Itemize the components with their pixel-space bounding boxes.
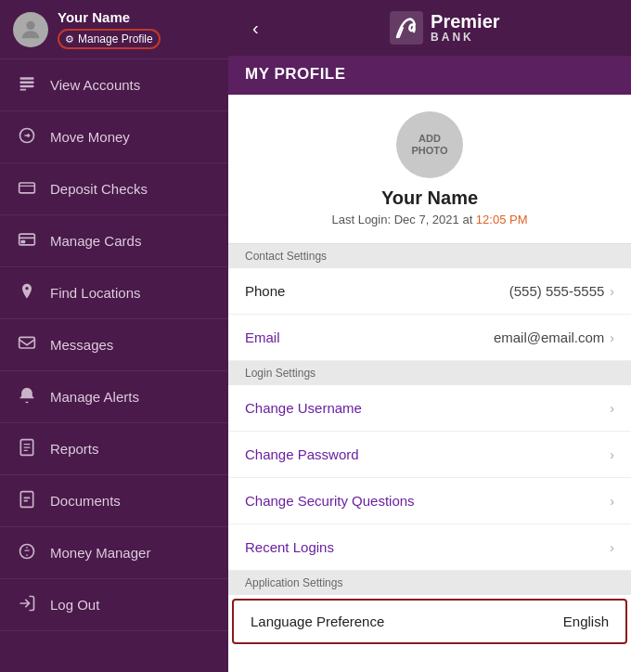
sidebar-item-label: Find Locations	[50, 285, 141, 301]
sidebar-item-label: Messages	[50, 337, 113, 353]
change-username-chevron: ›	[610, 401, 614, 416]
sidebar-item-find-locations[interactable]: Find Locations	[0, 267, 228, 319]
svg-rect-3	[20, 85, 34, 88]
language-value: English	[563, 614, 609, 629]
sidebar-item-documents[interactable]: Documents	[0, 475, 228, 527]
money-manager-icon	[17, 542, 37, 563]
sidebar-item-label: Log Out	[50, 597, 99, 613]
contact-settings-header: Contact Settings	[228, 244, 631, 268]
deposit-checks-icon	[17, 178, 37, 200]
find-locations-icon	[17, 282, 37, 304]
last-login-time: 12:05 PM	[476, 213, 528, 226]
change-username-row[interactable]: Change Username ›	[228, 385, 631, 432]
svg-rect-6	[19, 183, 35, 193]
sidebar-item-move-money[interactable]: Move Money	[0, 111, 228, 163]
sidebar-item-deposit-checks[interactable]: Deposit Checks	[0, 163, 228, 215]
log-out-icon	[17, 594, 37, 615]
svg-rect-4	[20, 89, 27, 91]
phone-row[interactable]: Phone (555) 555-5555 ›	[228, 268, 631, 315]
svg-rect-11	[20, 492, 32, 508]
bank-logo-icon	[390, 11, 423, 45]
sidebar-item-label: Move Money	[50, 129, 130, 145]
language-label: Language Preference	[251, 614, 384, 629]
page-title-section: MY PROFILE	[228, 56, 631, 95]
gear-icon: ⚙	[65, 33, 74, 45]
email-row[interactable]: Email email@email.com ›	[228, 315, 631, 361]
language-preference-row[interactable]: Language Preference English	[232, 599, 627, 644]
sidebar-item-label: Manage Alerts	[50, 389, 139, 405]
bank-logo: Premier BANK	[390, 11, 500, 45]
bank-name-wrapper: Premier BANK	[431, 11, 500, 44]
sidebar-profile: Your Name ⚙ Manage Profile	[0, 0, 228, 59]
sidebar-item-manage-alerts[interactable]: Manage Alerts	[0, 371, 228, 423]
add-photo-label: ADDPHOTO	[412, 133, 448, 157]
email-label: Email	[245, 330, 280, 345]
recent-logins-row[interactable]: Recent Logins ›	[228, 524, 631, 571]
documents-icon	[17, 490, 37, 511]
sidebar-item-messages[interactable]: Messages	[0, 319, 228, 371]
manage-profile-label: Manage Profile	[78, 32, 153, 45]
sidebar-item-label: Documents	[50, 493, 121, 509]
profile-name: Your Name	[58, 9, 161, 26]
user-display-name: Your Name	[381, 187, 478, 209]
svg-rect-2	[20, 82, 34, 84]
last-login-prefix: Last Login: Dec 7, 2021 at	[331, 213, 475, 226]
sidebar: Your Name ⚙ Manage Profile View Accounts…	[0, 0, 228, 672]
profile-card: ADDPHOTO Your Name Last Login: Dec 7, 20…	[228, 95, 631, 672]
sidebar-item-label: Manage Cards	[50, 233, 141, 249]
sidebar-item-label: Deposit Checks	[50, 181, 148, 197]
messages-icon	[17, 334, 37, 355]
back-button[interactable]: ‹	[245, 14, 266, 43]
top-bar: ‹ Premier BANK	[228, 0, 631, 56]
sidebar-item-log-out[interactable]: Log Out	[0, 579, 228, 631]
recent-logins-label: Recent Logins	[245, 539, 334, 555]
last-login: Last Login: Dec 7, 2021 at 12:05 PM	[331, 213, 527, 226]
profile-info: Your Name ⚙ Manage Profile	[58, 9, 161, 49]
change-security-chevron: ›	[610, 494, 614, 509]
phone-number: (555) 555-5555	[509, 283, 605, 299]
email-value: email@email.com ›	[494, 330, 614, 345]
change-password-row[interactable]: Change Password ›	[228, 432, 631, 478]
sidebar-nav: View Accounts Move Money Deposit Checks …	[0, 59, 228, 672]
svg-point-12	[20, 545, 34, 559]
recent-logins-chevron: ›	[610, 540, 614, 555]
svg-rect-8	[21, 241, 24, 243]
sidebar-item-label: Reports	[50, 441, 99, 457]
svg-rect-9	[19, 337, 35, 348]
sidebar-item-reports[interactable]: Reports	[0, 423, 228, 475]
phone-chevron: ›	[610, 284, 614, 299]
phone-label: Phone	[245, 283, 285, 299]
manage-cards-icon	[17, 230, 37, 252]
email-address: email@email.com	[494, 330, 604, 345]
svg-rect-1	[20, 77, 34, 80]
change-security-label: Change Security Questions	[245, 493, 415, 509]
bank-name-bottom: BANK	[431, 32, 474, 44]
page-title: MY PROFILE	[245, 65, 614, 84]
bank-name-top: Premier	[431, 11, 500, 32]
manage-alerts-icon	[17, 386, 37, 407]
profile-header: ADDPHOTO Your Name Last Login: Dec 7, 20…	[228, 95, 631, 244]
move-money-icon	[17, 126, 37, 148]
avatar	[13, 12, 48, 47]
sidebar-item-label: View Accounts	[50, 77, 140, 93]
manage-profile-button[interactable]: ⚙ Manage Profile	[58, 29, 161, 49]
view-accounts-icon	[17, 74, 37, 96]
sidebar-item-label: Money Manager	[50, 545, 150, 561]
reports-icon	[17, 438, 37, 459]
sidebar-item-view-accounts[interactable]: View Accounts	[0, 59, 228, 111]
change-security-row[interactable]: Change Security Questions ›	[228, 478, 631, 524]
change-password-label: Change Password	[245, 446, 359, 462]
main-content: ‹ Premier BANK MY PROFILE ADDPHOTO Your …	[228, 0, 631, 672]
email-chevron: ›	[610, 330, 614, 345]
phone-value: (555) 555-5555 ›	[509, 283, 614, 299]
sidebar-item-manage-cards[interactable]: Manage Cards	[0, 215, 228, 267]
svg-rect-13	[390, 11, 423, 45]
change-username-label: Change Username	[245, 400, 362, 416]
add-photo-button[interactable]: ADDPHOTO	[396, 111, 463, 178]
login-settings-header: Login Settings	[228, 361, 631, 385]
svg-point-0	[26, 20, 34, 29]
sidebar-item-money-manager[interactable]: Money Manager	[0, 527, 228, 579]
app-settings-header: Application Settings	[228, 571, 631, 595]
change-password-chevron: ›	[610, 447, 614, 462]
